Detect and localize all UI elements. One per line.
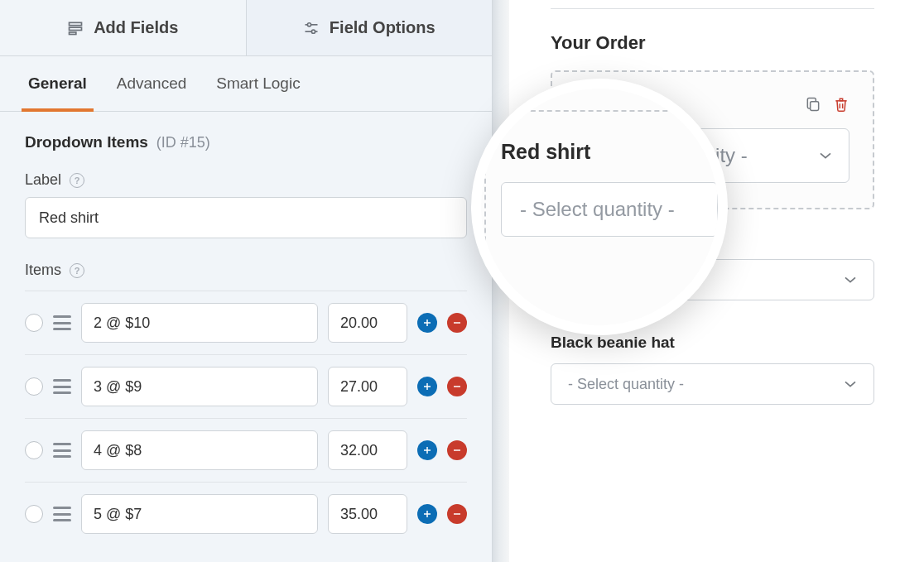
field-card-red-shirt[interactable]: Red shirt bbox=[551, 70, 874, 209]
item-price-input[interactable] bbox=[328, 494, 407, 534]
plain-field-black-beanie: Black beanie hat - Select quantity - bbox=[551, 334, 874, 405]
help-icon[interactable]: ? bbox=[70, 173, 84, 188]
drag-handle-icon[interactable] bbox=[53, 315, 71, 330]
select-placeholder: - Select quantity - bbox=[593, 144, 748, 167]
section-body: Dropdown Items (ID #15) Label ? Items ? bbox=[0, 112, 492, 562]
default-radio[interactable] bbox=[25, 377, 43, 396]
tab-add-fields-label: Add Fields bbox=[94, 18, 178, 37]
section-header: Dropdown Items (ID #15) bbox=[25, 133, 467, 151]
remove-item-button[interactable] bbox=[447, 504, 467, 524]
quantity-select[interactable]: - Select quantity - bbox=[575, 128, 849, 183]
remove-item-button[interactable] bbox=[447, 440, 467, 460]
svg-rect-19 bbox=[811, 102, 819, 111]
drag-handle-icon[interactable] bbox=[53, 443, 71, 458]
item-row bbox=[25, 291, 467, 355]
svg-point-4 bbox=[307, 22, 310, 26]
chevron-down-icon bbox=[844, 276, 857, 284]
tab-field-options[interactable]: Field Options bbox=[247, 0, 493, 55]
field-label: Black beanie hat bbox=[551, 334, 874, 352]
subtab-general[interactable]: General bbox=[25, 56, 90, 111]
select-placeholder: - Select quantity - bbox=[568, 271, 684, 289]
panel-divider bbox=[493, 0, 509, 562]
label-field-label: Label ? bbox=[25, 171, 467, 189]
add-item-button[interactable] bbox=[417, 313, 437, 333]
quantity-select[interactable]: - Select quantity - bbox=[551, 363, 874, 405]
section-id: (ID #15) bbox=[156, 134, 210, 151]
item-price-input[interactable] bbox=[328, 430, 407, 470]
item-label-input[interactable] bbox=[81, 430, 318, 470]
add-item-button[interactable] bbox=[417, 504, 437, 524]
default-radio[interactable] bbox=[25, 505, 43, 523]
duplicate-icon[interactable] bbox=[805, 96, 821, 113]
add-item-button[interactable] bbox=[417, 377, 437, 396]
remove-item-button[interactable] bbox=[447, 313, 467, 333]
item-row bbox=[25, 419, 467, 483]
sub-tabs: General Advanced Smart Logic bbox=[0, 56, 492, 112]
add-item-button[interactable] bbox=[417, 440, 437, 460]
items-field-label: Items ? bbox=[25, 262, 467, 279]
subtab-advanced[interactable]: Advanced bbox=[113, 56, 190, 111]
builder-sidebar: Add Fields Field Options General Advance… bbox=[0, 0, 493, 562]
drag-handle-icon[interactable] bbox=[53, 379, 71, 394]
field-options-icon bbox=[303, 20, 320, 36]
top-tabs: Add Fields Field Options bbox=[0, 0, 492, 56]
section-title: Dropdown Items bbox=[25, 133, 148, 151]
item-row bbox=[25, 483, 467, 545]
svg-rect-0 bbox=[70, 22, 82, 25]
rule bbox=[551, 8, 874, 9]
plain-field-mid: - Select quantity - bbox=[551, 259, 874, 300]
svg-rect-2 bbox=[70, 32, 76, 35]
remove-item-button[interactable] bbox=[447, 377, 467, 396]
field-card-title: Red shirt bbox=[575, 94, 654, 115]
item-row bbox=[25, 355, 467, 419]
svg-rect-1 bbox=[70, 27, 82, 30]
default-radio[interactable] bbox=[25, 314, 43, 332]
add-fields-icon bbox=[67, 20, 84, 36]
tab-add-fields[interactable]: Add Fields bbox=[0, 0, 247, 55]
order-title: Your Order bbox=[551, 32, 874, 54]
label-input[interactable] bbox=[25, 197, 467, 238]
item-price-input[interactable] bbox=[328, 367, 407, 406]
tab-field-options-label: Field Options bbox=[330, 18, 436, 37]
chevron-down-icon bbox=[844, 380, 857, 388]
quantity-select[interactable]: - Select quantity - bbox=[551, 259, 874, 300]
delete-icon[interactable] bbox=[833, 96, 849, 113]
default-radio[interactable] bbox=[25, 441, 43, 459]
select-placeholder: - Select quantity - bbox=[568, 376, 684, 393]
item-price-input[interactable] bbox=[328, 303, 407, 343]
item-label-input[interactable] bbox=[81, 367, 318, 406]
drag-handle-icon[interactable] bbox=[53, 507, 71, 521]
item-label-input[interactable] bbox=[81, 303, 318, 343]
items-list bbox=[25, 287, 467, 545]
item-label-input[interactable] bbox=[81, 494, 318, 534]
help-icon[interactable]: ? bbox=[70, 263, 84, 278]
chevron-down-icon bbox=[819, 151, 832, 160]
subtab-smart-logic[interactable]: Smart Logic bbox=[213, 56, 303, 111]
form-preview: Your Order Red shirt bbox=[509, 0, 924, 562]
svg-point-6 bbox=[311, 30, 315, 33]
